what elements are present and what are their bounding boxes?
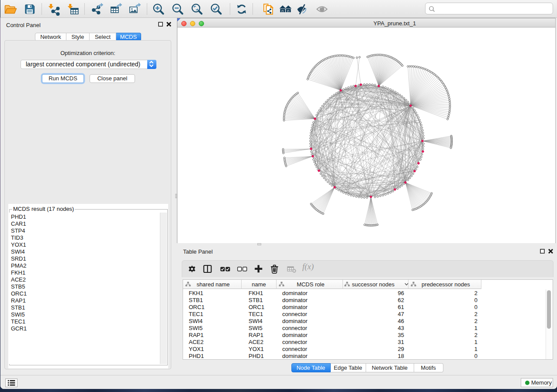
svg-text:f(x): f(x) (302, 262, 314, 272)
